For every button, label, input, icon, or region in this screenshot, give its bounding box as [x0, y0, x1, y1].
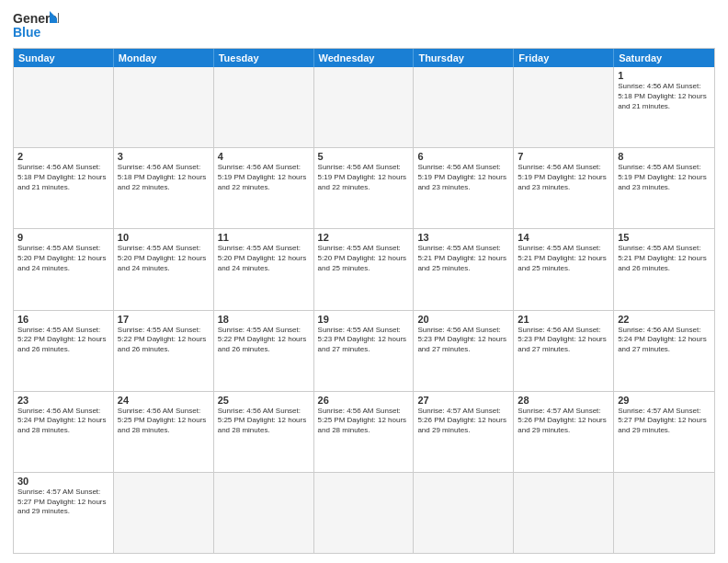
day-info: Sunrise: 4:56 AM Sunset: 5:24 PM Dayligh…: [17, 407, 109, 436]
calendar-day-cell: [114, 67, 214, 147]
day-number: 21: [518, 314, 609, 325]
calendar-day-cell: 21Sunrise: 4:56 AM Sunset: 5:23 PM Dayli…: [514, 311, 614, 391]
calendar-day-cell: 22Sunrise: 4:56 AM Sunset: 5:24 PM Dayli…: [614, 311, 714, 391]
calendar-week-row: 16Sunrise: 4:55 AM Sunset: 5:22 PM Dayli…: [14, 310, 714, 391]
day-info: Sunrise: 4:56 AM Sunset: 5:19 PM Dayligh…: [518, 163, 609, 192]
calendar-day-cell: 15Sunrise: 4:55 AM Sunset: 5:21 PM Dayli…: [614, 229, 714, 309]
calendar-day-cell: [214, 67, 314, 147]
calendar-day-cell: 6Sunrise: 4:56 AM Sunset: 5:19 PM Daylig…: [414, 148, 514, 228]
calendar-day-cell: 30Sunrise: 4:57 AM Sunset: 5:27 PM Dayli…: [14, 473, 114, 553]
calendar-day-cell: 2Sunrise: 4:56 AM Sunset: 5:18 PM Daylig…: [14, 148, 114, 228]
calendar-header-cell: Friday: [514, 49, 614, 67]
day-number: 30: [17, 476, 109, 487]
day-number: 20: [417, 314, 509, 325]
day-number: 15: [618, 232, 711, 243]
calendar-day-cell: 8Sunrise: 4:55 AM Sunset: 5:19 PM Daylig…: [614, 148, 714, 228]
day-number: 25: [218, 395, 310, 406]
calendar-week-row: 9Sunrise: 4:55 AM Sunset: 5:20 PM Daylig…: [14, 228, 714, 309]
day-info: Sunrise: 4:57 AM Sunset: 5:26 PM Dayligh…: [518, 407, 609, 436]
day-info: Sunrise: 4:56 AM Sunset: 5:18 PM Dayligh…: [17, 163, 109, 192]
calendar-day-cell: 24Sunrise: 4:56 AM Sunset: 5:25 PM Dayli…: [114, 392, 214, 472]
header: General Blue: [13, 9, 715, 42]
day-info: Sunrise: 4:55 AM Sunset: 5:23 PM Dayligh…: [318, 326, 410, 355]
calendar: SundayMondayTuesdayWednesdayThursdayFrid…: [13, 48, 715, 554]
calendar-week-row: 2Sunrise: 4:56 AM Sunset: 5:18 PM Daylig…: [14, 147, 714, 228]
calendar-day-cell: 18Sunrise: 4:55 AM Sunset: 5:22 PM Dayli…: [214, 311, 314, 391]
calendar-day-cell: [314, 473, 415, 553]
calendar-header-cell: Tuesday: [214, 49, 314, 67]
calendar-day-cell: [514, 473, 614, 553]
calendar-header-cell: Sunday: [14, 49, 114, 67]
calendar-header-cell: Wednesday: [314, 49, 415, 67]
day-number: 23: [17, 395, 109, 406]
calendar-day-cell: 3Sunrise: 4:56 AM Sunset: 5:18 PM Daylig…: [114, 148, 214, 228]
day-number: 9: [17, 232, 109, 243]
day-info: Sunrise: 4:56 AM Sunset: 5:19 PM Dayligh…: [417, 163, 509, 192]
day-info: Sunrise: 4:55 AM Sunset: 5:22 PM Dayligh…: [118, 326, 210, 355]
day-number: 6: [417, 151, 509, 162]
day-number: 26: [318, 395, 410, 406]
day-number: 3: [118, 151, 210, 162]
day-info: Sunrise: 4:56 AM Sunset: 5:18 PM Dayligh…: [118, 163, 210, 192]
day-number: 22: [618, 314, 711, 325]
calendar-day-cell: 27Sunrise: 4:57 AM Sunset: 5:26 PM Dayli…: [414, 392, 514, 472]
day-info: Sunrise: 4:56 AM Sunset: 5:25 PM Dayligh…: [218, 407, 310, 436]
calendar-header-cell: Thursday: [414, 49, 514, 67]
day-number: 24: [118, 395, 210, 406]
day-info: Sunrise: 4:57 AM Sunset: 5:27 PM Dayligh…: [17, 488, 109, 517]
day-info: Sunrise: 4:55 AM Sunset: 5:20 PM Dayligh…: [218, 244, 310, 273]
calendar-day-cell: 12Sunrise: 4:55 AM Sunset: 5:20 PM Dayli…: [314, 229, 415, 309]
calendar-day-cell: [414, 67, 514, 147]
calendar-day-cell: [314, 67, 415, 147]
calendar-day-cell: 19Sunrise: 4:55 AM Sunset: 5:23 PM Dayli…: [314, 311, 415, 391]
calendar-day-cell: 7Sunrise: 4:56 AM Sunset: 5:19 PM Daylig…: [514, 148, 614, 228]
day-number: 29: [618, 395, 711, 406]
calendar-day-cell: 11Sunrise: 4:55 AM Sunset: 5:20 PM Dayli…: [214, 229, 314, 309]
calendar-day-cell: 9Sunrise: 4:55 AM Sunset: 5:20 PM Daylig…: [14, 229, 114, 309]
day-number: 19: [318, 314, 410, 325]
day-number: 7: [518, 151, 609, 162]
day-info: Sunrise: 4:55 AM Sunset: 5:21 PM Dayligh…: [417, 244, 509, 273]
day-number: 28: [518, 395, 609, 406]
day-number: 18: [218, 314, 310, 325]
calendar-day-cell: 17Sunrise: 4:55 AM Sunset: 5:22 PM Dayli…: [114, 311, 214, 391]
day-number: 27: [417, 395, 509, 406]
calendar-day-cell: 10Sunrise: 4:55 AM Sunset: 5:20 PM Dayli…: [114, 229, 214, 309]
calendar-day-cell: 26Sunrise: 4:56 AM Sunset: 5:25 PM Dayli…: [314, 392, 415, 472]
calendar-day-cell: [114, 473, 214, 553]
day-info: Sunrise: 4:56 AM Sunset: 5:19 PM Dayligh…: [218, 163, 310, 192]
calendar-day-cell: 5Sunrise: 4:56 AM Sunset: 5:19 PM Daylig…: [314, 148, 415, 228]
calendar-week-row: 23Sunrise: 4:56 AM Sunset: 5:24 PM Dayli…: [14, 391, 714, 472]
calendar-body: 1Sunrise: 4:56 AM Sunset: 5:18 PM Daylig…: [14, 67, 714, 553]
day-info: Sunrise: 4:55 AM Sunset: 5:22 PM Dayligh…: [17, 326, 109, 355]
day-info: Sunrise: 4:56 AM Sunset: 5:23 PM Dayligh…: [417, 326, 509, 355]
logo: General Blue: [13, 9, 59, 42]
day-number: 14: [518, 232, 609, 243]
logo-svg: General Blue: [13, 9, 59, 42]
calendar-day-cell: 29Sunrise: 4:57 AM Sunset: 5:27 PM Dayli…: [614, 392, 714, 472]
calendar-day-cell: [614, 473, 714, 553]
day-info: Sunrise: 4:55 AM Sunset: 5:20 PM Dayligh…: [118, 244, 210, 273]
day-info: Sunrise: 4:55 AM Sunset: 5:21 PM Dayligh…: [618, 244, 711, 273]
day-number: 10: [118, 232, 210, 243]
day-info: Sunrise: 4:57 AM Sunset: 5:26 PM Dayligh…: [417, 407, 509, 436]
calendar-day-cell: 16Sunrise: 4:55 AM Sunset: 5:22 PM Dayli…: [14, 311, 114, 391]
calendar-day-cell: 23Sunrise: 4:56 AM Sunset: 5:24 PM Dayli…: [14, 392, 114, 472]
calendar-header-cell: Monday: [114, 49, 214, 67]
day-info: Sunrise: 4:56 AM Sunset: 5:19 PM Dayligh…: [318, 163, 410, 192]
day-info: Sunrise: 4:57 AM Sunset: 5:27 PM Dayligh…: [618, 407, 711, 436]
day-info: Sunrise: 4:55 AM Sunset: 5:22 PM Dayligh…: [218, 326, 310, 355]
calendar-day-cell: [414, 473, 514, 553]
day-number: 11: [218, 232, 310, 243]
calendar-week-row: 1Sunrise: 4:56 AM Sunset: 5:18 PM Daylig…: [14, 67, 714, 147]
day-info: Sunrise: 4:56 AM Sunset: 5:18 PM Dayligh…: [618, 82, 711, 111]
day-number: 17: [118, 314, 210, 325]
day-number: 8: [618, 151, 711, 162]
calendar-header-row: SundayMondayTuesdayWednesdayThursdayFrid…: [14, 49, 714, 67]
day-info: Sunrise: 4:55 AM Sunset: 5:20 PM Dayligh…: [318, 244, 410, 273]
calendar-day-cell: [514, 67, 614, 147]
calendar-day-cell: 28Sunrise: 4:57 AM Sunset: 5:26 PM Dayli…: [514, 392, 614, 472]
day-number: 2: [17, 151, 109, 162]
calendar-day-cell: 1Sunrise: 4:56 AM Sunset: 5:18 PM Daylig…: [614, 67, 714, 147]
day-number: 16: [17, 314, 109, 325]
